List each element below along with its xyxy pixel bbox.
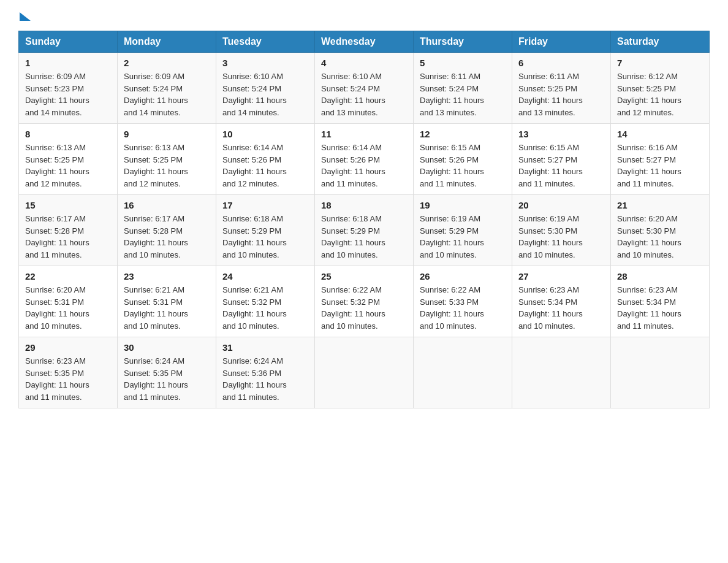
day-info: Sunrise: 6:13 AMSunset: 5:25 PMDaylight:… (124, 142, 210, 190)
calendar-cell: 13Sunrise: 6:15 AMSunset: 5:27 PMDayligh… (512, 124, 611, 195)
day-number: 26 (420, 271, 506, 282)
day-number: 30 (124, 342, 210, 353)
calendar-cell: 6Sunrise: 6:11 AMSunset: 5:25 PMDaylight… (512, 53, 611, 124)
calendar-day-header-friday: Friday (512, 31, 611, 53)
calendar-cell: 27Sunrise: 6:23 AMSunset: 5:34 PMDayligh… (512, 266, 611, 337)
day-info: Sunrise: 6:09 AMSunset: 5:23 PMDaylight:… (25, 71, 111, 118)
day-info: Sunrise: 6:23 AMSunset: 5:34 PMDaylight:… (518, 284, 604, 332)
day-number: 29 (25, 342, 111, 353)
calendar-cell: 7Sunrise: 6:12 AMSunset: 5:25 PMDaylight… (611, 53, 710, 124)
calendar-cell: 9Sunrise: 6:13 AMSunset: 5:25 PMDaylight… (118, 124, 216, 195)
day-info: Sunrise: 6:22 AMSunset: 5:32 PMDaylight:… (321, 284, 407, 332)
day-number: 14 (617, 129, 703, 139)
day-info: Sunrise: 6:13 AMSunset: 5:25 PMDaylight:… (25, 142, 111, 190)
calendar-week-row: 15Sunrise: 6:17 AMSunset: 5:28 PMDayligh… (19, 195, 710, 266)
calendar-cell: 20Sunrise: 6:19 AMSunset: 5:30 PMDayligh… (512, 195, 611, 266)
day-info: Sunrise: 6:24 AMSunset: 5:35 PMDaylight:… (124, 355, 210, 403)
calendar-cell: 16Sunrise: 6:17 AMSunset: 5:28 PMDayligh… (118, 195, 216, 266)
day-info: Sunrise: 6:21 AMSunset: 5:31 PMDaylight:… (124, 284, 210, 332)
day-number: 27 (518, 271, 604, 282)
day-info: Sunrise: 6:11 AMSunset: 5:24 PMDaylight:… (420, 71, 506, 118)
calendar-cell: 10Sunrise: 6:14 AMSunset: 5:26 PMDayligh… (216, 124, 315, 195)
day-info: Sunrise: 6:15 AMSunset: 5:26 PMDaylight:… (420, 142, 506, 190)
calendar-cell: 4Sunrise: 6:10 AMSunset: 5:24 PMDaylight… (315, 53, 414, 124)
day-info: Sunrise: 6:21 AMSunset: 5:32 PMDaylight:… (222, 284, 308, 332)
calendar-header-row: SundayMondayTuesdayWednesdayThursdayFrid… (19, 31, 710, 53)
day-info: Sunrise: 6:18 AMSunset: 5:29 PMDaylight:… (321, 213, 407, 261)
day-number: 10 (222, 129, 308, 139)
day-number: 31 (222, 342, 308, 353)
day-number: 24 (222, 271, 308, 282)
day-number: 1 (25, 58, 111, 68)
calendar-cell: 23Sunrise: 6:21 AMSunset: 5:31 PMDayligh… (118, 266, 216, 337)
calendar-cell: 17Sunrise: 6:18 AMSunset: 5:29 PMDayligh… (216, 195, 315, 266)
day-info: Sunrise: 6:09 AMSunset: 5:24 PMDaylight:… (124, 71, 210, 118)
day-number: 28 (617, 271, 703, 282)
calendar-cell (512, 337, 611, 408)
page-header (18, 12, 710, 18)
day-number: 5 (420, 58, 506, 68)
calendar-day-header-tuesday: Tuesday (216, 31, 315, 53)
day-number: 15 (25, 200, 111, 210)
calendar-day-header-monday: Monday (118, 31, 216, 53)
day-info: Sunrise: 6:20 AMSunset: 5:30 PMDaylight:… (617, 213, 703, 261)
calendar-cell: 2Sunrise: 6:09 AMSunset: 5:24 PMDaylight… (118, 53, 216, 124)
day-number: 12 (420, 129, 506, 139)
calendar-table: SundayMondayTuesdayWednesdayThursdayFrid… (18, 31, 710, 408)
calendar-cell: 15Sunrise: 6:17 AMSunset: 5:28 PMDayligh… (19, 195, 118, 266)
day-info: Sunrise: 6:12 AMSunset: 5:25 PMDaylight:… (617, 71, 703, 118)
day-info: Sunrise: 6:14 AMSunset: 5:26 PMDaylight:… (321, 142, 407, 190)
calendar-cell: 22Sunrise: 6:20 AMSunset: 5:31 PMDayligh… (19, 266, 118, 337)
day-number: 16 (124, 200, 210, 210)
day-number: 11 (321, 129, 407, 139)
calendar-cell: 29Sunrise: 6:23 AMSunset: 5:35 PMDayligh… (19, 337, 118, 408)
day-number: 23 (124, 271, 210, 282)
calendar-cell: 3Sunrise: 6:10 AMSunset: 5:24 PMDaylight… (216, 53, 315, 124)
calendar-day-header-saturday: Saturday (611, 31, 710, 53)
calendar-cell: 5Sunrise: 6:11 AMSunset: 5:24 PMDaylight… (414, 53, 512, 124)
day-info: Sunrise: 6:14 AMSunset: 5:26 PMDaylight:… (222, 142, 308, 190)
calendar-day-header-sunday: Sunday (19, 31, 118, 53)
calendar-cell: 19Sunrise: 6:19 AMSunset: 5:29 PMDayligh… (414, 195, 512, 266)
day-info: Sunrise: 6:17 AMSunset: 5:28 PMDaylight:… (124, 213, 210, 261)
day-info: Sunrise: 6:23 AMSunset: 5:34 PMDaylight:… (617, 284, 703, 332)
calendar-week-row: 22Sunrise: 6:20 AMSunset: 5:31 PMDayligh… (19, 266, 710, 337)
day-number: 22 (25, 271, 111, 282)
day-number: 3 (222, 58, 308, 68)
day-number: 19 (420, 200, 506, 210)
day-number: 2 (124, 58, 210, 68)
day-number: 8 (25, 129, 111, 139)
day-info: Sunrise: 6:17 AMSunset: 5:28 PMDaylight:… (25, 213, 111, 261)
day-number: 20 (518, 200, 604, 210)
calendar-cell (414, 337, 512, 408)
calendar-cell: 26Sunrise: 6:22 AMSunset: 5:33 PMDayligh… (414, 266, 512, 337)
day-number: 6 (518, 58, 604, 68)
day-number: 9 (124, 129, 210, 139)
calendar-cell: 30Sunrise: 6:24 AMSunset: 5:35 PMDayligh… (118, 337, 216, 408)
day-info: Sunrise: 6:16 AMSunset: 5:27 PMDaylight:… (617, 142, 703, 190)
day-number: 25 (321, 271, 407, 282)
calendar-cell: 21Sunrise: 6:20 AMSunset: 5:30 PMDayligh… (611, 195, 710, 266)
calendar-cell: 12Sunrise: 6:15 AMSunset: 5:26 PMDayligh… (414, 124, 512, 195)
day-number: 4 (321, 58, 407, 68)
calendar-day-header-wednesday: Wednesday (315, 31, 414, 53)
day-info: Sunrise: 6:20 AMSunset: 5:31 PMDaylight:… (25, 284, 111, 332)
calendar-cell (315, 337, 414, 408)
day-info: Sunrise: 6:24 AMSunset: 5:36 PMDaylight:… (222, 355, 308, 403)
logo (18, 12, 31, 18)
day-info: Sunrise: 6:18 AMSunset: 5:29 PMDaylight:… (222, 213, 308, 261)
day-info: Sunrise: 6:19 AMSunset: 5:29 PMDaylight:… (420, 213, 506, 261)
day-number: 21 (617, 200, 703, 210)
day-number: 17 (222, 200, 308, 210)
day-number: 18 (321, 200, 407, 210)
calendar-cell: 31Sunrise: 6:24 AMSunset: 5:36 PMDayligh… (216, 337, 315, 408)
logo-arrow-icon (20, 12, 31, 21)
day-number: 13 (518, 129, 604, 139)
day-number: 7 (617, 58, 703, 68)
calendar-cell: 8Sunrise: 6:13 AMSunset: 5:25 PMDaylight… (19, 124, 118, 195)
day-info: Sunrise: 6:10 AMSunset: 5:24 PMDaylight:… (222, 71, 308, 118)
day-info: Sunrise: 6:11 AMSunset: 5:25 PMDaylight:… (518, 71, 604, 118)
day-info: Sunrise: 6:15 AMSunset: 5:27 PMDaylight:… (518, 142, 604, 190)
day-info: Sunrise: 6:22 AMSunset: 5:33 PMDaylight:… (420, 284, 506, 332)
day-info: Sunrise: 6:10 AMSunset: 5:24 PMDaylight:… (321, 71, 407, 118)
